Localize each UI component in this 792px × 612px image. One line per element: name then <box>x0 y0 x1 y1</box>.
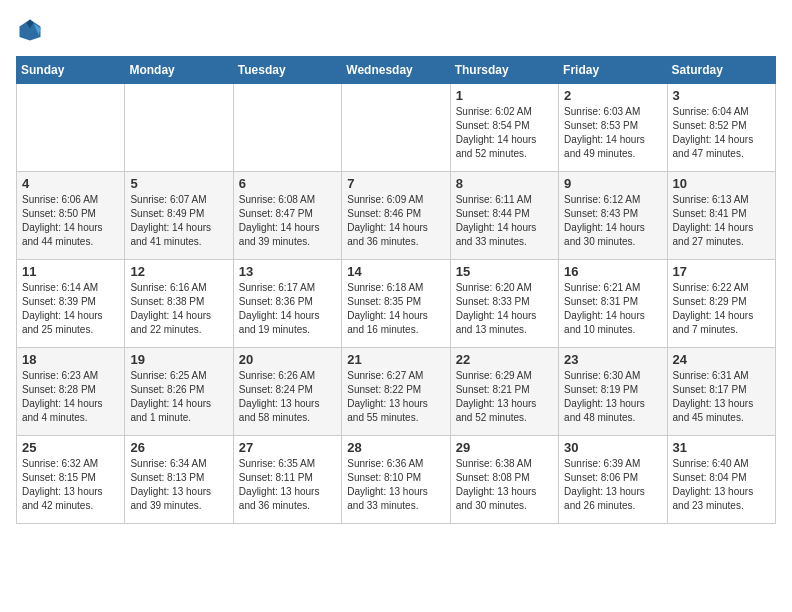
day-detail: Sunrise: 6:25 AM Sunset: 8:26 PM Dayligh… <box>130 370 211 423</box>
day-number: 23 <box>564 352 661 367</box>
day-number: 17 <box>673 264 770 279</box>
calendar-cell: 2Sunrise: 6:03 AM Sunset: 8:53 PM Daylig… <box>559 84 667 172</box>
day-detail: Sunrise: 6:29 AM Sunset: 8:21 PM Dayligh… <box>456 370 537 423</box>
day-detail: Sunrise: 6:27 AM Sunset: 8:22 PM Dayligh… <box>347 370 428 423</box>
day-number: 8 <box>456 176 553 191</box>
calendar-cell: 1Sunrise: 6:02 AM Sunset: 8:54 PM Daylig… <box>450 84 558 172</box>
page-header <box>16 16 776 44</box>
calendar-cell: 28Sunrise: 6:36 AM Sunset: 8:10 PM Dayli… <box>342 436 450 524</box>
day-number: 2 <box>564 88 661 103</box>
calendar-cell: 16Sunrise: 6:21 AM Sunset: 8:31 PM Dayli… <box>559 260 667 348</box>
logo-icon <box>16 16 44 44</box>
day-detail: Sunrise: 6:36 AM Sunset: 8:10 PM Dayligh… <box>347 458 428 511</box>
day-detail: Sunrise: 6:14 AM Sunset: 8:39 PM Dayligh… <box>22 282 103 335</box>
day-detail: Sunrise: 6:31 AM Sunset: 8:17 PM Dayligh… <box>673 370 754 423</box>
calendar-cell: 9Sunrise: 6:12 AM Sunset: 8:43 PM Daylig… <box>559 172 667 260</box>
calendar-week-3: 11Sunrise: 6:14 AM Sunset: 8:39 PM Dayli… <box>17 260 776 348</box>
day-number: 11 <box>22 264 119 279</box>
day-number: 13 <box>239 264 336 279</box>
day-number: 31 <box>673 440 770 455</box>
weekday-header-monday: Monday <box>125 57 233 84</box>
calendar-cell: 7Sunrise: 6:09 AM Sunset: 8:46 PM Daylig… <box>342 172 450 260</box>
day-detail: Sunrise: 6:40 AM Sunset: 8:04 PM Dayligh… <box>673 458 754 511</box>
day-detail: Sunrise: 6:07 AM Sunset: 8:49 PM Dayligh… <box>130 194 211 247</box>
calendar-cell: 31Sunrise: 6:40 AM Sunset: 8:04 PM Dayli… <box>667 436 775 524</box>
day-detail: Sunrise: 6:18 AM Sunset: 8:35 PM Dayligh… <box>347 282 428 335</box>
calendar-cell: 8Sunrise: 6:11 AM Sunset: 8:44 PM Daylig… <box>450 172 558 260</box>
day-detail: Sunrise: 6:11 AM Sunset: 8:44 PM Dayligh… <box>456 194 537 247</box>
calendar-cell: 20Sunrise: 6:26 AM Sunset: 8:24 PM Dayli… <box>233 348 341 436</box>
day-detail: Sunrise: 6:16 AM Sunset: 8:38 PM Dayligh… <box>130 282 211 335</box>
calendar-cell: 21Sunrise: 6:27 AM Sunset: 8:22 PM Dayli… <box>342 348 450 436</box>
calendar-cell: 19Sunrise: 6:25 AM Sunset: 8:26 PM Dayli… <box>125 348 233 436</box>
day-number: 20 <box>239 352 336 367</box>
day-detail: Sunrise: 6:04 AM Sunset: 8:52 PM Dayligh… <box>673 106 754 159</box>
weekday-header-thursday: Thursday <box>450 57 558 84</box>
day-number: 27 <box>239 440 336 455</box>
day-detail: Sunrise: 6:30 AM Sunset: 8:19 PM Dayligh… <box>564 370 645 423</box>
day-detail: Sunrise: 6:34 AM Sunset: 8:13 PM Dayligh… <box>130 458 211 511</box>
day-detail: Sunrise: 6:03 AM Sunset: 8:53 PM Dayligh… <box>564 106 645 159</box>
day-number: 30 <box>564 440 661 455</box>
calendar-header: SundayMondayTuesdayWednesdayThursdayFrid… <box>17 57 776 84</box>
day-number: 21 <box>347 352 444 367</box>
calendar-cell: 12Sunrise: 6:16 AM Sunset: 8:38 PM Dayli… <box>125 260 233 348</box>
day-detail: Sunrise: 6:39 AM Sunset: 8:06 PM Dayligh… <box>564 458 645 511</box>
day-number: 12 <box>130 264 227 279</box>
day-number: 14 <box>347 264 444 279</box>
day-detail: Sunrise: 6:20 AM Sunset: 8:33 PM Dayligh… <box>456 282 537 335</box>
calendar-cell: 17Sunrise: 6:22 AM Sunset: 8:29 PM Dayli… <box>667 260 775 348</box>
calendar-cell <box>125 84 233 172</box>
day-number: 4 <box>22 176 119 191</box>
calendar-week-1: 1Sunrise: 6:02 AM Sunset: 8:54 PM Daylig… <box>17 84 776 172</box>
day-number: 22 <box>456 352 553 367</box>
day-detail: Sunrise: 6:21 AM Sunset: 8:31 PM Dayligh… <box>564 282 645 335</box>
weekday-header-friday: Friday <box>559 57 667 84</box>
day-detail: Sunrise: 6:12 AM Sunset: 8:43 PM Dayligh… <box>564 194 645 247</box>
day-number: 29 <box>456 440 553 455</box>
day-number: 24 <box>673 352 770 367</box>
calendar-cell: 10Sunrise: 6:13 AM Sunset: 8:41 PM Dayli… <box>667 172 775 260</box>
calendar-cell: 3Sunrise: 6:04 AM Sunset: 8:52 PM Daylig… <box>667 84 775 172</box>
calendar-cell: 29Sunrise: 6:38 AM Sunset: 8:08 PM Dayli… <box>450 436 558 524</box>
day-detail: Sunrise: 6:23 AM Sunset: 8:28 PM Dayligh… <box>22 370 103 423</box>
calendar-body: 1Sunrise: 6:02 AM Sunset: 8:54 PM Daylig… <box>17 84 776 524</box>
calendar-week-2: 4Sunrise: 6:06 AM Sunset: 8:50 PM Daylig… <box>17 172 776 260</box>
weekday-header-sunday: Sunday <box>17 57 125 84</box>
calendar-cell <box>233 84 341 172</box>
day-number: 3 <box>673 88 770 103</box>
calendar-cell: 25Sunrise: 6:32 AM Sunset: 8:15 PM Dayli… <box>17 436 125 524</box>
calendar-week-5: 25Sunrise: 6:32 AM Sunset: 8:15 PM Dayli… <box>17 436 776 524</box>
day-number: 9 <box>564 176 661 191</box>
day-number: 26 <box>130 440 227 455</box>
weekday-header-saturday: Saturday <box>667 57 775 84</box>
calendar-cell <box>342 84 450 172</box>
weekday-header-wednesday: Wednesday <box>342 57 450 84</box>
calendar-cell: 27Sunrise: 6:35 AM Sunset: 8:11 PM Dayli… <box>233 436 341 524</box>
day-number: 28 <box>347 440 444 455</box>
day-detail: Sunrise: 6:32 AM Sunset: 8:15 PM Dayligh… <box>22 458 103 511</box>
day-detail: Sunrise: 6:13 AM Sunset: 8:41 PM Dayligh… <box>673 194 754 247</box>
day-detail: Sunrise: 6:22 AM Sunset: 8:29 PM Dayligh… <box>673 282 754 335</box>
day-detail: Sunrise: 6:06 AM Sunset: 8:50 PM Dayligh… <box>22 194 103 247</box>
calendar-cell: 11Sunrise: 6:14 AM Sunset: 8:39 PM Dayli… <box>17 260 125 348</box>
calendar-table: SundayMondayTuesdayWednesdayThursdayFrid… <box>16 56 776 524</box>
calendar-cell: 5Sunrise: 6:07 AM Sunset: 8:49 PM Daylig… <box>125 172 233 260</box>
day-detail: Sunrise: 6:09 AM Sunset: 8:46 PM Dayligh… <box>347 194 428 247</box>
calendar-cell: 30Sunrise: 6:39 AM Sunset: 8:06 PM Dayli… <box>559 436 667 524</box>
weekday-header-tuesday: Tuesday <box>233 57 341 84</box>
day-number: 10 <box>673 176 770 191</box>
calendar-cell <box>17 84 125 172</box>
day-number: 19 <box>130 352 227 367</box>
day-detail: Sunrise: 6:17 AM Sunset: 8:36 PM Dayligh… <box>239 282 320 335</box>
calendar-cell: 13Sunrise: 6:17 AM Sunset: 8:36 PM Dayli… <box>233 260 341 348</box>
calendar-cell: 6Sunrise: 6:08 AM Sunset: 8:47 PM Daylig… <box>233 172 341 260</box>
calendar-cell: 4Sunrise: 6:06 AM Sunset: 8:50 PM Daylig… <box>17 172 125 260</box>
day-number: 25 <box>22 440 119 455</box>
day-number: 6 <box>239 176 336 191</box>
day-number: 7 <box>347 176 444 191</box>
day-number: 18 <box>22 352 119 367</box>
day-number: 16 <box>564 264 661 279</box>
weekday-header-row: SundayMondayTuesdayWednesdayThursdayFrid… <box>17 57 776 84</box>
day-detail: Sunrise: 6:35 AM Sunset: 8:11 PM Dayligh… <box>239 458 320 511</box>
